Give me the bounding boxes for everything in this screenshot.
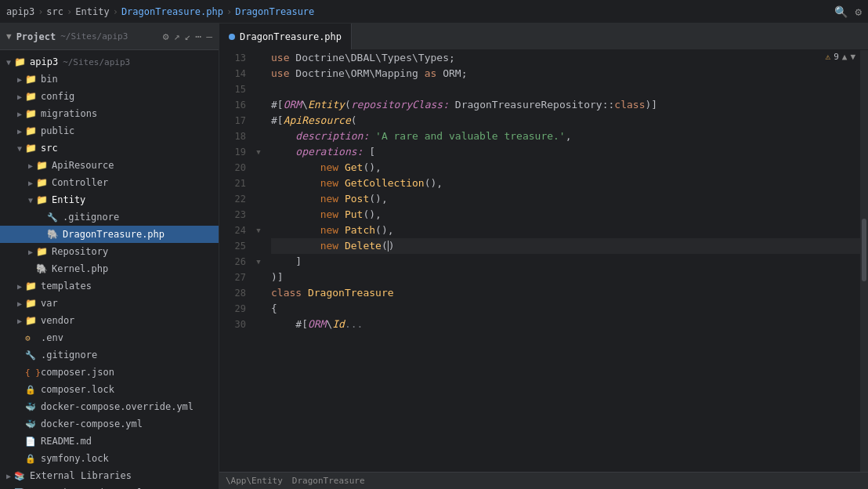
search-icon[interactable]: 🔍 [834,5,848,18]
tree-item-apiresource[interactable]: ▶ 📁 ApiResource [0,157,219,174]
tree-label-composer-lock: composer.lock [41,384,114,395]
status-class: DragonTreasure [292,476,365,486]
contract-icon[interactable]: ↙ [185,31,191,42]
tree-label-entity-gitignore: .gitignore [63,212,119,223]
tree-item-readme[interactable]: 📄 README.md [0,433,219,450]
code-line-25: new Delete() [271,238,860,254]
tree-item-gitignore-root[interactable]: 🔧 .gitignore [0,346,219,364]
tree-label-templates: templates [41,281,92,292]
tree-item-external-libraries[interactable]: ▶ 📚 External Libraries [0,467,219,484]
code-line-20: new Get(), [271,160,860,176]
tree-label-docker-yml: docker-compose.yml [41,418,143,429]
project-path: ~/Sites/apip3 [60,31,128,42]
tree-label-public: public [41,125,74,136]
tree-label-env: .env [41,332,63,343]
tree-label-kernel: Kernel.php [52,263,108,274]
fold-btn-28[interactable]: ▼ [252,254,265,270]
tree-item-composer-lock[interactable]: 🔒 composer.lock [0,381,219,398]
tree-label-apip3: apip3 [30,56,58,67]
breadcrumb-apip3[interactable]: apip3 [6,6,34,17]
tree-item-src[interactable]: ▼ 📁 src [0,139,219,157]
top-bar: apip3 › src › Entity › DragonTreasure.ph… [0,0,868,24]
main-layout: ▼ Project ~/Sites/apip3 ⚙ ↗ ↙ ⋯ – ▼ 📁 ap… [0,24,868,489]
file-tree: ▼ 📁 apip3 ~/Sites/apip3 ▶ 📁 bin ▶ 📁 conf… [0,50,219,489]
tree-item-kernel[interactable]: 🐘 Kernel.php [0,260,219,277]
project-header-icons: ⚙ ↗ ↙ ⋯ – [163,31,212,42]
tab-dot [229,34,235,40]
sidebar: ▼ Project ~/Sites/apip3 ⚙ ↗ ↙ ⋯ – ▼ 📁 ap… [0,24,219,489]
top-bar-actions: 🔍 ⚙ [834,5,862,18]
tree-label-symfony-lock: symfony.lock [41,453,109,464]
settings-icon[interactable]: ⚙ [163,31,169,42]
code-line-19: operations: [ [271,144,860,160]
breadcrumb: apip3 › src › Entity › DragonTreasure.ph… [6,6,314,17]
project-header: ▼ Project ~/Sites/apip3 ⚙ ↗ ↙ ⋯ – [0,24,219,50]
tree-item-env[interactable]: ⚙ .env [0,329,219,346]
tree-item-migrations[interactable]: ▶ 📁 migrations [0,105,219,122]
project-title[interactable]: Project [16,31,56,42]
tree-item-templates[interactable]: ▶ 📁 templates [0,277,219,295]
code-line-13: use Doctrine\DBAL\Types\Types; [271,50,860,66]
expand-icon[interactable]: ↗ [174,31,180,42]
code-line-29: { [271,301,860,317]
right-scrollbar[interactable] [860,50,868,472]
status-bar: \App\Entity DragonTreasure [219,472,868,489]
tree-label-config: config [41,91,74,102]
code-line-27: )] [271,270,860,285]
tree-item-vendor[interactable]: ▶ 📁 vendor [0,312,219,329]
tree-item-public[interactable]: ▶ 📁 public [0,122,219,139]
code-line-16: #[ORM\Entity(repositoryClass: DragonTrea… [271,97,860,113]
line-numbers: 13 14 15 16 17 18 19 20 21 22 23 24 25 2… [219,50,252,472]
tree-item-entity[interactable]: ▼ 📁 Entity [0,191,219,208]
gutter-fold: ▼ ▼ ▼ [252,50,265,472]
tree-label-controller: Controller [52,177,108,188]
tab-label: DragonTreasure.php [240,31,342,42]
tree-item-var[interactable]: ▶ 📁 var [0,295,219,312]
scrollbar-thumb [862,219,866,281]
tree-item-apip3[interactable]: ▼ 📁 apip3 ~/Sites/apip3 [0,53,219,71]
tree-label-dragontreasure: DragonTreasure.php [63,229,165,240]
tab-bar: DragonTreasure.php [219,24,868,50]
code-content[interactable]: use Doctrine\DBAL\Types\Types; use Doctr… [265,50,860,472]
tree-label-external-libraries: External Libraries [30,470,132,481]
tree-item-docker-yml[interactable]: 🐳 docker-compose.yml [0,415,219,433]
editor-area: DragonTreasure.php ⚠ 9 ▲ ▼ 13 14 15 16 1… [219,24,868,489]
tree-item-entity-gitignore[interactable]: 🔧 .gitignore [0,208,219,226]
code-line-14: use Doctrine\ORM\Mapping as ORM; [271,66,860,82]
code-line-22: new Post(), [271,191,860,207]
code-line-23: new Put(), [271,207,860,223]
more-icon[interactable]: ⋯ [195,31,201,42]
code-line-28: class DragonTreasure [271,285,860,301]
tree-label-gitignore-root: .gitignore [41,350,97,360]
tree-label-var: var [41,298,58,309]
tree-item-composer-json[interactable]: { } composer.json [0,364,219,381]
gear-icon[interactable]: ⚙ [855,5,862,18]
status-path: \App\Entity [226,476,283,486]
tree-item-bin[interactable]: ▶ 📁 bin [0,71,219,88]
tree-item-repository[interactable]: ▶ 📁 Repository [0,243,219,260]
code-line-17: #[ApiResource( [271,113,860,129]
breadcrumb-file[interactable]: DragonTreasure.php [121,6,223,17]
tree-label-apiresource: ApiResource [52,160,114,171]
tree-label-migrations: migrations [41,108,97,119]
tree-item-config[interactable]: ▶ 📁 config [0,88,219,105]
fold-btn-26[interactable]: ▼ [252,223,265,238]
code-view[interactable]: ⚠ 9 ▲ ▼ 13 14 15 16 17 18 19 20 21 22 23… [219,50,868,472]
breadcrumb-class[interactable]: DragonTreasure [235,6,314,17]
tree-item-scratches[interactable]: ▶ 📝 Scratches and Consoles [0,484,219,489]
tree-item-symfony-lock[interactable]: 🔒 symfony.lock [0,450,219,467]
tree-label-composer-json: composer.json [41,367,114,378]
tree-item-dragontreasure[interactable]: 🐘 DragonTreasure.php [0,226,219,243]
tree-item-docker-override[interactable]: 🐳 docker-compose.override.yml [0,398,219,415]
minimize-icon[interactable]: – [206,31,212,42]
tree-label-readme: README.md [41,436,92,447]
tree-label-repository: Repository [52,246,108,257]
breadcrumb-entity[interactable]: Entity [75,6,109,17]
tab-dragontreasure[interactable]: DragonTreasure.php [219,24,352,49]
code-line-15 [271,82,860,97]
code-line-24: new Patch(), [271,223,860,238]
breadcrumb-src[interactable]: src [46,6,63,17]
fold-btn-19[interactable]: ▼ [252,144,265,160]
tree-item-controller[interactable]: ▶ 📁 Controller [0,174,219,191]
sidebar-collapse-icon[interactable]: ▼ [6,31,12,42]
